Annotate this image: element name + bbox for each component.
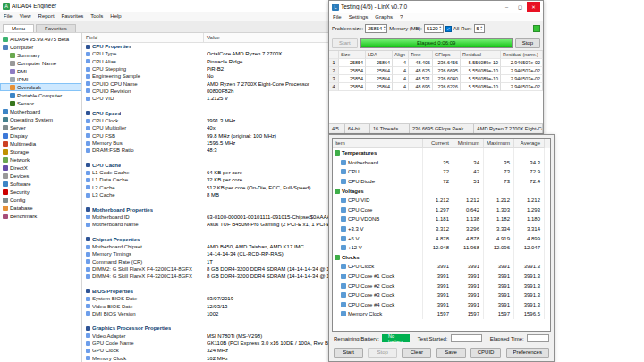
value-column-header[interactable]: Value [204, 35, 328, 40]
field-row-cpu-clock[interactable]: CPU Clock3991.3 MHz [82, 117, 328, 124]
tree-item-aida64-v5-99-4975-beta[interactable]: AIDA64 v5.99.4975 Beta [0, 35, 81, 43]
tree-item-ipmi[interactable]: IPMI [0, 75, 81, 83]
tree-item-directx[interactable]: DirectX [0, 164, 81, 172]
sensor-row-cpu-core[interactable]: CPU Core1.2970.6421.3031.293 [333, 206, 550, 215]
sensor-col-current[interactable]: Current [423, 139, 453, 148]
field-row-dimm4-g-skill-flarex-f4-3200c14-8gfx[interactable]: DIMM4: G Skill FlareX F4-3200C14-8GFX8 G… [82, 273, 328, 280]
tree-item-operating-system[interactable]: Operating System [0, 115, 81, 123]
tree-item-motherboard[interactable]: Motherboard [0, 107, 81, 115]
sensor-row-cpu-core-1-clock[interactable]: CPU Core #1 Clock3991399139913991.3 [333, 272, 550, 282]
col-header-row-number[interactable] [329, 51, 339, 59]
clear-button[interactable]: Clear [402, 348, 431, 358]
field-row-cpu-fsb[interactable]: CPU FSB99.8 MHz (original: 100 MHz) [82, 132, 328, 139]
close-button[interactable]: ✕ [527, 2, 540, 12]
col-header-align[interactable]: Align [393, 51, 409, 59]
field-row-dmi-bios-version[interactable]: DMI BIOS Version1002 [82, 310, 328, 317]
sensor-row-12-v[interactable]: +12 V12.04811.96812.09612.047 [333, 243, 550, 253]
sensor-col-average[interactable]: Average [514, 139, 545, 148]
tree-item-sensor[interactable]: Sensor [0, 99, 81, 107]
field-row-l3-cache[interactable]: L3 Cache8 MB [82, 191, 328, 198]
result-row[interactable]: 22585425864448.625236.66955.556089e-102.… [329, 67, 543, 75]
menu-report[interactable]: Report [35, 12, 58, 21]
tree-item-dmi[interactable]: DMI [0, 67, 81, 75]
tree-item-multimedia[interactable]: Multimedia [0, 139, 81, 147]
preferences-button[interactable]: Preferences [506, 348, 549, 358]
sensor-row-motherboard[interactable]: Motherboard35343534.3 [333, 158, 550, 168]
field-row-memory-bus[interactable]: Memory Bus1596.5 MHz [82, 139, 328, 147]
menu-favorites[interactable]: Favorites [58, 12, 88, 21]
tab-menu[interactable]: Menu [3, 24, 34, 32]
linx-start-button[interactable]: Start [332, 38, 358, 48]
field-row-cpu-stepping[interactable]: CPU SteppingPiR-B2 [82, 65, 328, 72]
col-header-time[interactable]: Time [409, 51, 433, 59]
tree-item-network[interactable]: Network [0, 156, 81, 164]
col-header-residual-norm[interactable]: Residual (norm.) [501, 51, 543, 59]
sensor-row-memory-clock[interactable]: Memory Clock1597159715971596.5 [333, 309, 550, 319]
result-row[interactable]: 32585425864448.531236.60405.556089e-102.… [329, 75, 543, 83]
tree-item-overclock[interactable]: Overclock [0, 83, 81, 91]
result-row[interactable]: 12585425864448.406236.64565.556089e-102.… [329, 59, 543, 67]
tree-item-display[interactable]: Display [0, 131, 81, 139]
sensor-group-voltages[interactable]: Voltages [333, 186, 550, 196]
spinner-arrows-icon[interactable]: ▲▼ [383, 26, 386, 31]
field-row-dimm2-g-skill-flarex-f4-3200c14-8gfx[interactable]: DIMM2: G Skill FlareX F4-3200C14-8GFX8 G… [82, 265, 328, 273]
field-row-gpu-clock[interactable]: GPU Clock324 MHz [82, 347, 328, 354]
field-row-memory-timings[interactable]: Memory Timings14-14-14-34 (CL-RCD-RP-RAS… [82, 250, 328, 257]
spinner-arrows-icon[interactable]: ▲▼ [439, 26, 442, 31]
field-row-l2-cache[interactable]: L2 Cache512 KB per core (On-Die, ECC, Fu… [82, 184, 328, 191]
linx-menu-file[interactable]: File [329, 13, 345, 21]
tree-item-benchmark[interactable]: Benchmark [0, 212, 81, 220]
field-column-header[interactable]: Field [82, 33, 204, 42]
spinner-down-icon[interactable]: ▼ [439, 29, 442, 31]
aida64-titlebar[interactable]: A AIDA64 Engineer [0, 0, 328, 12]
sensor-col-item[interactable]: Item [333, 139, 423, 148]
tree-item-server[interactable]: Server [0, 123, 81, 131]
col-header-size[interactable]: Size [339, 51, 366, 59]
field-row-command-rate-cr[interactable]: Command Rate (CR)1T [82, 258, 328, 265]
sensor-group-clocks[interactable]: Clocks [333, 253, 550, 263]
cpuid-button[interactable]: CPUID [470, 348, 502, 358]
field-row-motherboard-chipset[interactable]: Motherboard ChipsetAMD B450, AMD Taishan… [82, 243, 328, 250]
field-row-motherboard-name[interactable]: Motherboard NameAsus TUF B450M-Pro Gamin… [82, 221, 328, 228]
sensor-row-5-v[interactable]: +5 V4.8784.8784.9194.899 [333, 233, 550, 243]
linx-menu-settings[interactable]: Settings [345, 13, 372, 21]
sensor-group-temperatures[interactable]: Temperatures [333, 148, 550, 158]
tree-item-security[interactable]: Security [0, 188, 81, 196]
field-row-cpuid-cpu-name[interactable]: CPUID CPU NameAMD Ryzen 7 2700X Eight-Co… [82, 80, 328, 87]
sensor-row-cpu-core-2-clock[interactable]: CPU Core #2 Clock3991399139913991.3 [333, 281, 550, 290]
tree-item-devices[interactable]: Devices [0, 172, 81, 180]
col-header-gflops[interactable]: GFlops [433, 51, 461, 59]
sensor-row-3-3-v[interactable]: +3.3 V3.3123.2963.3343.314 [333, 224, 550, 234]
sensor-row-cpu-core-3-clock[interactable]: CPU Core #3 Clock3991399139913991.3 [333, 290, 550, 300]
all-checkbox[interactable]: ✓ [445, 26, 452, 32]
field-row-video-bios-date[interactable]: Video BIOS Date12/03/13 [82, 302, 328, 309]
tree-item-summary[interactable]: Summary [0, 51, 81, 59]
problem-size-input[interactable]: 25854 ▲▼ [365, 24, 387, 33]
minimize-button[interactable]: – [500, 2, 513, 12]
linx-menu-graphs[interactable]: Graphs [371, 13, 396, 21]
tree-item-config[interactable]: Config [0, 196, 81, 204]
sensor-row-cpu-clock[interactable]: CPU Clock3991399139913991.3 [333, 262, 550, 272]
maximize-button[interactable]: ▢ [513, 2, 527, 12]
sensor-row-cpu[interactable]: CPU72427372.9 [333, 167, 550, 177]
linx-menu-col[interactable]: ? [396, 13, 406, 21]
menu-view[interactable]: View [16, 12, 35, 21]
field-row-gpu-code-name[interactable]: GPU Code NameGK110B (PCI Express 3.0 x16… [82, 340, 328, 347]
field-row-video-adapter[interactable]: Video AdapterMSI N780Ti (MS-V298) [82, 333, 328, 340]
field-row-l1-data-cache[interactable]: L1 Data Cache32 KB per core [82, 176, 328, 183]
sensor-row-cpu-vid[interactable]: CPU VID1.2121.2121.2121.212 [333, 196, 550, 206]
menu-tools[interactable]: Tools [87, 12, 106, 21]
menu-file[interactable]: File [0, 12, 16, 21]
field-row-cpuid-revision[interactable]: CPUID Revision00800F82h [82, 88, 328, 95]
start-button[interactable]: Start [334, 348, 363, 358]
memory-input[interactable]: 5120 ▲▼ [424, 24, 444, 33]
field-row-cpu-multiplier[interactable]: CPU Multiplier40x [82, 124, 328, 131]
sensor-row-cpu-diode[interactable]: CPU Diode72517372.4 [333, 177, 550, 187]
spinner-down-icon[interactable]: ▼ [480, 29, 483, 31]
col-header-lda[interactable]: LDA [366, 51, 393, 59]
menu-help[interactable]: Help [106, 12, 124, 21]
sensor-col-minimum[interactable]: Minimum [453, 139, 484, 148]
tree-item-computer-name[interactable]: Computer Name [0, 59, 81, 67]
sensor-row-cpu-vddnb[interactable]: CPU VDDNB1.1811.1381.1821.180 [333, 215, 550, 224]
tree-item-portable-computer[interactable]: Portable Computer [0, 91, 81, 99]
